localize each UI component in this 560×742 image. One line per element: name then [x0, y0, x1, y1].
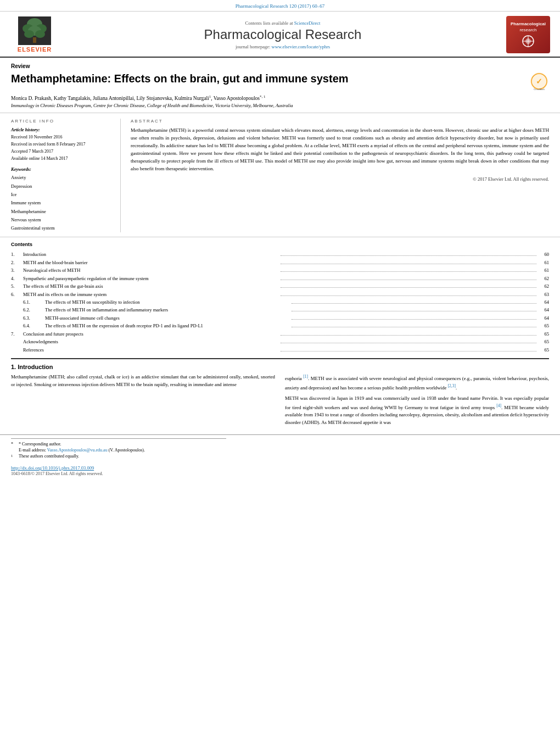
- elsevier-tree-icon: [18, 16, 51, 45]
- toc-page-3: 61: [538, 266, 549, 274]
- journal-center: Contents lists available at ScienceDirec…: [59, 20, 506, 49]
- toc-item-6: 6. METH and its effects on the immune sy…: [11, 291, 549, 298]
- toc-dots-6-2: [292, 308, 536, 312]
- toc-dots-6: [281, 292, 536, 296]
- ref-2-3: [2,3]: [448, 383, 456, 388]
- toc-num-6-2: 6.2.: [23, 306, 45, 314]
- toc-label-6-1: The effects of METH on susceptibility to…: [45, 298, 290, 306]
- contents-available-text: Contents lists available at ScienceDirec…: [65, 20, 501, 26]
- toc-item-1: 1. Introduction 60: [11, 250, 549, 258]
- ref-4: [4]: [496, 403, 501, 408]
- toc-page-ref: 65: [538, 346, 549, 354]
- toc-dots-5: [281, 284, 536, 288]
- copyright-notice: © 2017 Elsevier Ltd. All rights reserved…: [131, 176, 549, 182]
- article-section: Review Methamphetamine: Effects on the b…: [0, 58, 560, 113]
- crossmark-icon: ✓ CrossMark: [529, 71, 549, 91]
- sciencedirect-link[interactable]: ScienceDirect: [294, 20, 321, 26]
- contents-title: Contents: [11, 242, 549, 247]
- doi-link[interactable]: http://dx.doi.org/10.1016/j.phrs.2017.03…: [11, 465, 549, 471]
- toc-page-ack: 65: [538, 338, 549, 345]
- toc-dots-6-3: [292, 315, 536, 320]
- abstract-column: ABSTRACT Methamphetamine (METH) is a pow…: [131, 119, 549, 232]
- elsevier-tree-image: [18, 16, 51, 45]
- toc-page-2: 61: [538, 259, 549, 266]
- toc-label-ref: References: [23, 346, 279, 354]
- toc-label-3: Neurological effects of METH: [23, 266, 279, 274]
- keyword-depression: Depression: [11, 182, 114, 191]
- article-info-column: ARTICLE INFO Article history: Received 1…: [11, 119, 121, 232]
- toc-page-5: 62: [538, 282, 549, 290]
- article-history-label: Article history:: [11, 127, 114, 132]
- intro-left-para1: Methamphetamine (METH; also called cryst…: [11, 373, 275, 388]
- toc-dots-7: [281, 331, 536, 336]
- footnote-email: E-mail address: Vasso.Apostolopoulos@vu.…: [11, 448, 549, 453]
- toc-num-3: 3.: [11, 266, 23, 274]
- toc-label-6-3: METH-associated immune cell changes: [45, 314, 290, 322]
- citation-text: Pharmacological Research 120 (2017) 60–6…: [236, 3, 324, 9]
- toc-item-7: 7. Conclusion and future prospects 65: [11, 330, 549, 338]
- intro-body: Methamphetamine (METH; also called cryst…: [0, 373, 560, 430]
- toc-page-6-2: 64: [538, 306, 549, 314]
- intro-right-column: euphoria [1]. METH use is associated wit…: [285, 373, 549, 430]
- article-history-section: Article history: Received 10 November 20…: [11, 127, 114, 162]
- article-title-row: Methamphetamine: Effects on the brain, g…: [11, 71, 549, 91]
- toc-num-6-3: 6.3.: [23, 314, 45, 322]
- accepted-date: Accepted 7 March 2017: [11, 148, 114, 155]
- toc-item-6-4: 6.4. The effects of METH on the expressi…: [11, 322, 549, 330]
- svg-rect-7: [33, 37, 36, 43]
- toc-item-6-2: 6.2. The effects of METH on inflammation…: [11, 306, 549, 314]
- page: Pharmacological Research 120 (2017) 60–6…: [0, 0, 560, 742]
- toc-num-7: 7.: [11, 330, 23, 338]
- toc-page-7: 65: [538, 330, 549, 338]
- intro-right-para1: euphoria [1]. METH use is associated wit…: [285, 373, 549, 392]
- logo-right-line1: Pharmacological: [511, 21, 546, 26]
- introduction-section: 1. Introduction: [0, 359, 560, 370]
- toc-label-6: METH and its effects on the immune syste…: [23, 291, 279, 298]
- toc-label-4: Sympathetic and parasympathetic regulati…: [23, 275, 279, 282]
- elsevier-brand-label: ELSEVIER: [18, 46, 52, 53]
- two-column-section: ARTICLE INFO Article history: Received 1…: [0, 113, 560, 232]
- toc-item-5: 5. The effects of METH on the gut-brain …: [11, 282, 549, 290]
- keywords-label: Keywords:: [11, 166, 114, 172]
- available-online-date: Available online 14 March 2017: [11, 155, 114, 163]
- citation-bar: Pharmacological Research 120 (2017) 60–6…: [0, 0, 560, 12]
- footnote-corresponding: * * Corresponding author.: [11, 442, 549, 447]
- ref-1: [1]: [303, 374, 308, 379]
- email-link[interactable]: Vasso.Apostolopoulos@vu.edu.au: [47, 448, 108, 453]
- journal-header: ELSEVIER Contents lists available at Sci…: [0, 12, 560, 58]
- keyword-nervous: Nervous system: [11, 216, 114, 224]
- toc-page-1: 60: [538, 250, 549, 258]
- toc-item-ack: Acknowledgments 65: [11, 338, 549, 345]
- toc-num-6: 6.: [11, 291, 23, 298]
- homepage-link[interactable]: www.elsevier.com/locate/yphrs: [272, 44, 331, 49]
- keyword-gi: Gastrointestinal system: [11, 224, 114, 232]
- toc-label-2: METH and the blood-brain barrier: [23, 259, 279, 266]
- toc-page-6-4: 65: [538, 322, 549, 330]
- doi-section: http://dx.doi.org/10.1016/j.phrs.2017.03…: [0, 463, 560, 477]
- toc-label-5: The effects of METH on the gut-brain axi…: [23, 282, 279, 290]
- toc-dots-ref: [281, 347, 536, 352]
- elsevier-logo: ELSEVIER: [10, 16, 59, 53]
- authors: Monica D. Prakash, Kathy Tangalakis, Jul…: [11, 94, 549, 101]
- toc-label-7: Conclusion and future prospects: [23, 330, 279, 338]
- toc-num-6-1: 6.1.: [23, 298, 45, 306]
- toc-dots-1: [281, 252, 536, 256]
- svg-point-5: [24, 30, 34, 38]
- journal-homepage: journal homepage: www.elsevier.com/locat…: [65, 44, 501, 49]
- toc-num-1: 1.: [11, 250, 23, 258]
- abstract-text: Methamphetamine (METH) is a powerful cen…: [131, 127, 549, 173]
- svg-text:CrossMark: CrossMark: [534, 88, 544, 91]
- toc-page-6-1: 64: [538, 298, 549, 306]
- toc-item-3: 3. Neurological effects of METH 61: [11, 266, 549, 274]
- toc-num-4: 4.: [11, 275, 23, 282]
- toc-page-6-3: 64: [538, 314, 549, 322]
- toc-dots-6-1: [292, 299, 536, 304]
- toc-num-5: 5.: [11, 282, 23, 290]
- journal-logo-right: Pharmacological research: [506, 16, 550, 53]
- toc-num-6-4: 6.4.: [23, 322, 45, 330]
- toc-page-6: 63: [538, 291, 549, 298]
- keyword-meth: Methamphetamine: [11, 208, 114, 216]
- footnote-section: * * Corresponding author. E-mail address…: [0, 434, 560, 464]
- received-date-1: Received 10 November 2016: [11, 134, 114, 141]
- keyword-ice: Ice: [11, 191, 114, 199]
